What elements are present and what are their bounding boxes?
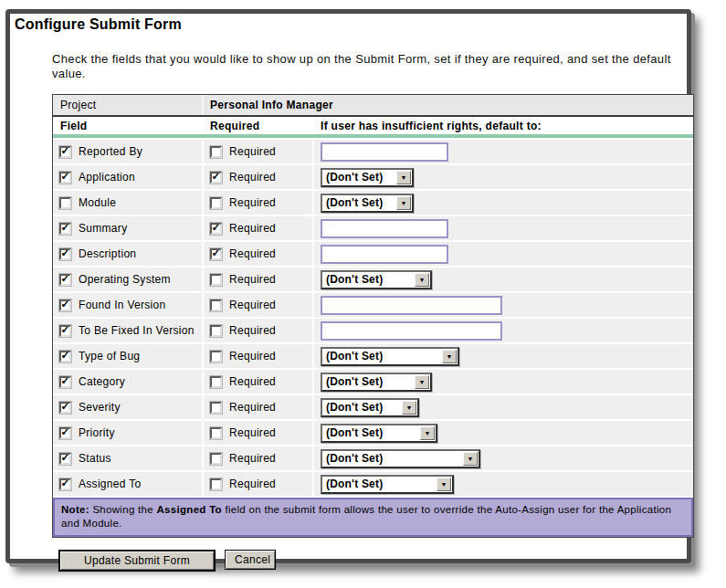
field-checkbox[interactable]: ✓ [59, 274, 71, 286]
default-value-input[interactable] [321, 296, 502, 315]
chevron-down-icon[interactable]: ▼ [442, 350, 457, 363]
required-label: Required [229, 171, 276, 184]
select-value: (Don't Set) [322, 349, 441, 364]
field-checkbox[interactable]: ✓ [59, 248, 71, 260]
default-cell [314, 293, 693, 317]
field-checkbox[interactable]: ✓ [59, 376, 71, 388]
required-checkbox[interactable]: ✓ [210, 427, 222, 439]
checkbox-check-icon: ✓ [60, 377, 69, 385]
field-label: Status [79, 452, 111, 465]
required-cell: ✓Required [204, 242, 314, 266]
default-value-input[interactable] [321, 142, 448, 162]
default-value-select[interactable]: (Don't Set)▼ [321, 347, 459, 366]
field-checkbox[interactable]: ✓ [59, 478, 71, 490]
required-cell: ✓Required [204, 472, 314, 496]
required-checkbox[interactable]: ✓ [210, 402, 222, 414]
table-row: ✓Priority✓Required(Don't Set)▼ [53, 421, 693, 445]
default-cell: (Don't Set)▼ [314, 165, 693, 189]
field-checkbox[interactable]: ✓ [59, 427, 71, 439]
required-label: Required [229, 401, 276, 414]
required-label: Required [229, 478, 276, 490]
required-checkbox[interactable]: ✓ [210, 274, 222, 286]
table-row: ✓Assigned To✓Required(Don't Set)▼ [53, 472, 693, 496]
chevron-down-icon[interactable]: ▼ [415, 273, 429, 287]
field-label: Severity [79, 401, 121, 414]
default-value-select[interactable]: (Don't Set)▼ [321, 270, 432, 289]
required-checkbox[interactable]: ✓ [210, 197, 222, 209]
required-checkbox[interactable]: ✓ [210, 223, 222, 235]
field-cell: ✓Type of Bug [53, 344, 204, 368]
field-cell: ✓Found In Version [53, 293, 204, 317]
required-checkbox[interactable]: ✓ [210, 325, 222, 337]
required-checkbox[interactable]: ✓ [210, 248, 222, 260]
required-label: Required [229, 350, 276, 362]
default-value-select[interactable]: (Don't Set)▼ [321, 398, 419, 417]
required-checkbox[interactable]: ✓ [210, 299, 222, 311]
field-cell: ✓Severity [53, 395, 204, 419]
note-label: Note: [61, 504, 89, 515]
required-checkbox[interactable]: ✓ [210, 351, 222, 362]
field-checkbox[interactable]: ✓ [59, 453, 71, 465]
configure-submit-form-window: Configure Submit Form Check the fields t… [5, 9, 691, 563]
required-label: Required [229, 426, 276, 439]
project-label: Project [53, 95, 204, 115]
required-label: Required [229, 324, 276, 337]
field-checkbox[interactable]: ✓ [59, 146, 71, 158]
default-cell: (Don't Set)▼ [314, 191, 693, 215]
required-label: Required [229, 299, 276, 311]
update-submit-form-button[interactable]: Update Submit Form [58, 550, 216, 572]
required-checkbox[interactable]: ✓ [210, 376, 222, 388]
table-row: ✓Description✓Required [53, 242, 693, 266]
chevron-down-icon[interactable]: ▼ [396, 171, 411, 184]
note-banner: Note: Showing the Assigned To field on t… [53, 498, 693, 537]
chevron-down-icon[interactable]: ▼ [437, 478, 451, 491]
default-value-input[interactable] [321, 321, 502, 341]
default-value-select[interactable]: (Don't Set)▼ [321, 168, 414, 187]
default-value-input[interactable] [321, 245, 448, 264]
default-cell: (Don't Set)▼ [314, 268, 693, 291]
field-label: To Be Fixed In Version [79, 324, 195, 337]
required-checkbox[interactable]: ✓ [210, 172, 222, 184]
field-cell: ✓Reported By [53, 140, 204, 163]
field-label: Priority [79, 426, 115, 439]
default-cell: (Don't Set)▼ [314, 446, 693, 470]
field-label: Category [79, 375, 125, 388]
chevron-down-icon[interactable]: ▼ [463, 452, 478, 466]
field-checkbox[interactable]: ✓ [59, 299, 71, 311]
required-label: Required [229, 273, 276, 286]
checkbox-check-icon: ✓ [60, 352, 69, 360]
select-value: (Don't Set) [322, 400, 401, 415]
chevron-down-icon[interactable]: ▼ [415, 375, 429, 389]
field-cell: ✓Category [53, 370, 204, 394]
required-label: Required [229, 196, 276, 209]
default-value-input[interactable] [321, 219, 448, 238]
field-checkbox[interactable]: ✓ [59, 197, 71, 209]
default-value-select[interactable]: (Don't Set)▼ [321, 424, 437, 443]
field-checkbox[interactable]: ✓ [59, 223, 71, 235]
required-cell: ✓Required [204, 319, 314, 342]
required-checkbox[interactable]: ✓ [210, 478, 222, 490]
default-cell: (Don't Set)▼ [314, 370, 693, 394]
project-header-row: Project Personal Info Manager [53, 95, 693, 117]
required-cell: ✓Required [204, 395, 314, 419]
chevron-down-icon[interactable]: ▼ [396, 196, 411, 210]
submit-form-table: Project Personal Info Manager Field Requ… [52, 94, 694, 538]
default-value-select[interactable]: (Don't Set)▼ [321, 475, 454, 494]
chevron-down-icon[interactable]: ▼ [420, 426, 435, 440]
field-label: Summary [79, 222, 127, 235]
field-checkbox[interactable]: ✓ [59, 351, 71, 362]
table-row: ✓Summary✓Required [53, 216, 693, 240]
default-value-select[interactable]: (Don't Set)▼ [321, 449, 480, 468]
default-value-select[interactable]: (Don't Set)▼ [321, 373, 432, 392]
required-checkbox[interactable]: ✓ [210, 453, 222, 465]
cancel-button[interactable]: Cancel [225, 550, 276, 570]
default-value-select[interactable]: (Don't Set)▼ [321, 194, 414, 213]
checkbox-check-icon: ✓ [60, 454, 69, 462]
field-checkbox[interactable]: ✓ [59, 402, 71, 414]
field-checkbox[interactable]: ✓ [59, 325, 71, 337]
field-checkbox[interactable]: ✓ [59, 172, 71, 184]
required-checkbox[interactable]: ✓ [210, 146, 222, 158]
required-cell: ✓Required [204, 370, 314, 394]
note-text: Showing the [89, 504, 157, 515]
chevron-down-icon[interactable]: ▼ [402, 401, 416, 415]
